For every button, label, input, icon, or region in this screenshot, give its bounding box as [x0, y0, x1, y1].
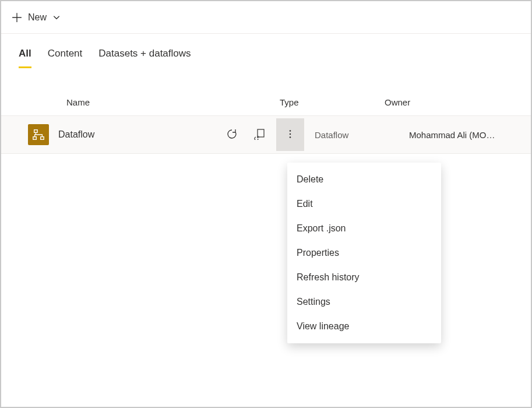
table-header: Name Type Owner	[1, 89, 531, 115]
row-icon-cell	[28, 124, 49, 145]
content-list: Name Type Owner Dataflow	[1, 89, 531, 154]
column-header-type[interactable]: Type	[280, 97, 385, 107]
menu-item-settings[interactable]: Settings	[287, 290, 441, 314]
row-owner: Mohammad Ali (MO…	[409, 130, 513, 140]
context-menu: Delete Edit Export .json Properties Refr…	[287, 163, 441, 343]
new-button-label: New	[28, 12, 47, 23]
menu-item-view-lineage[interactable]: View lineage	[287, 314, 441, 339]
svg-point-4	[290, 130, 291, 132]
more-vertical-icon	[285, 129, 295, 141]
more-options-button[interactable]	[276, 118, 304, 151]
menu-item-properties[interactable]: Properties	[287, 241, 441, 265]
menu-item-export-json[interactable]: Export .json	[287, 216, 441, 241]
tab-all[interactable]: All	[19, 48, 31, 68]
menu-item-refresh-history[interactable]: Refresh history	[287, 265, 441, 290]
tabs: All Content Datasets + dataflows	[1, 34, 531, 68]
svg-point-5	[290, 133, 291, 135]
toolbar: New	[1, 1, 531, 34]
chevron-down-icon	[52, 13, 61, 22]
svg-rect-1	[33, 137, 37, 140]
tab-datasets-dataflows[interactable]: Datasets + dataflows	[98, 48, 191, 68]
schedule-refresh-button[interactable]	[248, 123, 272, 146]
row-name[interactable]: Dataflow	[58, 129, 220, 140]
svg-rect-2	[41, 137, 44, 140]
refresh-icon	[226, 128, 238, 142]
dataflow-icon	[28, 124, 49, 145]
table-row[interactable]: Dataflow Dataflow Mohammad Ali (MO…	[1, 115, 531, 154]
svg-rect-3	[258, 129, 264, 137]
new-button[interactable]: New	[9, 9, 63, 26]
plus-icon	[12, 12, 22, 23]
row-type: Dataflow	[304, 130, 409, 140]
schedule-refresh-icon	[254, 128, 266, 142]
svg-rect-0	[34, 130, 37, 133]
column-header-owner[interactable]: Owner	[385, 97, 513, 107]
menu-item-delete[interactable]: Delete	[287, 167, 441, 192]
column-header-name[interactable]: Name	[19, 97, 280, 107]
svg-point-6	[290, 136, 291, 138]
tab-content[interactable]: Content	[48, 48, 83, 68]
row-actions	[220, 123, 304, 146]
menu-item-edit[interactable]: Edit	[287, 192, 441, 216]
refresh-button[interactable]	[220, 123, 244, 146]
